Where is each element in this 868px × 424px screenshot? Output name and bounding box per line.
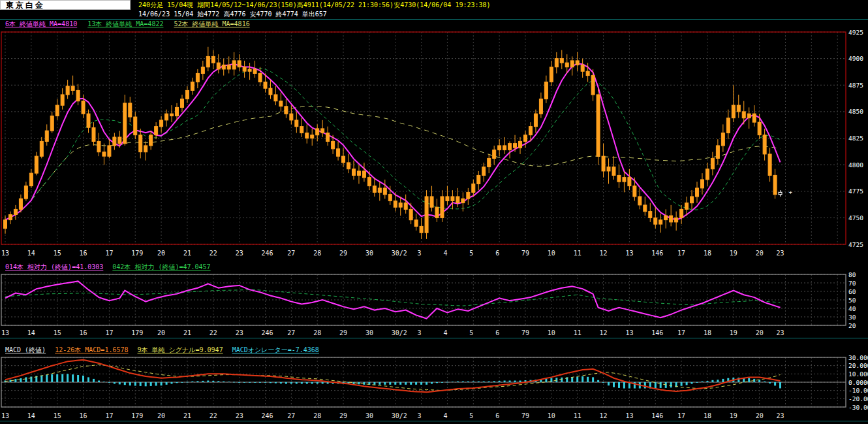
rsi-legend: 014本 相対力 (終値)=41.0303042本 相対力 (終値)=47.04… (0, 263, 868, 271)
x-tick-label: 6 (495, 329, 499, 336)
x-tick-label: 23 (236, 250, 243, 257)
rsi-chart[interactable]: 80706050403020 (0, 271, 868, 329)
legend-item: MACD (終値) (5, 346, 46, 353)
header-bar: 東京白金 240分足 15/04現 期間14/05/12~14/06/23(15… (0, 0, 868, 10)
x-tick-label: 27 (287, 412, 295, 419)
macd-legend: MACD (終値)12-26本 MACD=1.65789本 単純 シグナル=9.… (0, 346, 868, 354)
x-tick-label: 13 (625, 412, 633, 419)
x-tick-label: 246 (262, 412, 273, 419)
y-tick-label: 4850 (848, 108, 863, 115)
legend-item: 9本 単純 シグナル=9.0947 (138, 346, 223, 353)
x-tick-label: 14 (27, 412, 35, 419)
x-tick-label: 179 (131, 250, 143, 257)
plot-border (1, 32, 846, 244)
ma52-line (5, 106, 781, 220)
y-tick-label: 4900 (848, 55, 863, 62)
x-tick-label: 19 (730, 250, 737, 257)
x-tick-label: 30/2 (392, 412, 407, 419)
x-tick-label: 28 (313, 329, 321, 336)
y-tick-label: 4925 (848, 29, 863, 36)
x-tick-label: 30 (365, 329, 373, 336)
macd-chart[interactable]: 30.000020.000010.00000.0000-10.0000-20.0… (0, 354, 868, 412)
x-tick-label: 4 (443, 412, 447, 419)
period-info-text: 240分足 15/04現 期間14/05/12~14/06/23(150)高49… (131, 0, 491, 10)
y-tick-label: 4800 (848, 161, 863, 169)
x-tick-label: 146 (651, 412, 663, 419)
x-tick-label: 20 (157, 329, 165, 336)
y-tick-label: -30.0000 (848, 404, 868, 411)
candlestick-chart[interactable]: 492549004875485048254800477547504725+ (0, 28, 868, 249)
x-tick-label: 14 (27, 329, 35, 336)
x-tick-label: 13 (1, 412, 9, 419)
y-tick-label: 30 (848, 314, 856, 321)
y-tick-label: 4725 (848, 241, 863, 248)
x-tick-label: 22 (209, 250, 217, 257)
x-tick-label: 28 (313, 412, 321, 419)
legend-item: 042本 相対力 (終値)=47.0457 (112, 263, 210, 270)
x-tick-label: 23 (236, 412, 243, 419)
x-tick-label: 13 (1, 329, 9, 336)
x-tick-label: 27 (287, 329, 295, 336)
y-tick-label: 70 (848, 280, 856, 287)
x-tick-label: 22 (209, 412, 217, 419)
x-tick-label: 15 (54, 412, 61, 419)
x-tick-label: 13 (625, 250, 633, 257)
x-tick-label: 4 (443, 250, 447, 257)
y-tick-label: 50 (848, 297, 856, 304)
x-tick-label: 21 (183, 329, 191, 336)
x-tick-label: 23 (777, 250, 784, 257)
x-tick-label: 19 (730, 412, 737, 419)
trading-terminal-window: 東京白金 240分足 15/04現 期間14/05/12~14/06/23(15… (0, 0, 868, 424)
x-tick-label: 4 (443, 329, 447, 336)
x-tick-label: 23 (777, 412, 784, 419)
x-tick-label: 30 (365, 250, 373, 257)
x-tick-label: 246 (262, 329, 273, 336)
x-tick-label: 10 (548, 250, 555, 257)
x-tick-label: 18 (704, 329, 711, 336)
legend-item: 6本 終値単純 MA=4810 (5, 20, 77, 27)
x-tick-label: 179 (131, 412, 143, 419)
x-tick-label: 21 (183, 250, 191, 257)
x-tick-label: 17 (105, 412, 113, 419)
x-tick-label: 29 (339, 412, 347, 419)
x-tick-label: 12 (600, 412, 608, 419)
x-tick-label: 79 (521, 329, 529, 336)
x-tick-label: 23 (777, 329, 784, 336)
x-tick-label: 20 (756, 329, 764, 336)
x-tick-label: 13 (625, 329, 633, 336)
instrument-title: 東京白金 (0, 0, 131, 10)
x-tick-label: 6 (495, 250, 499, 257)
x-tick-label: 13 (1, 250, 9, 257)
x-tick-label: 16 (80, 329, 87, 336)
legend-item: 12-26本 MACD=1.6578 (55, 346, 128, 353)
spacer (0, 338, 868, 346)
y-tick-label: 20 (848, 322, 856, 329)
x-tick-label: 17 (677, 329, 685, 336)
legend-item: MACDオシレーター=-7.4368 (232, 346, 319, 353)
y-tick-label: 4750 (848, 214, 863, 221)
x-tick-label: 179 (131, 329, 143, 336)
y-tick-label: 60 (848, 288, 856, 295)
x-tick-label: 27 (287, 250, 295, 257)
x-tick-label: 30/2 (392, 250, 407, 257)
x-tick-label: 20 (157, 412, 165, 419)
x-tick-label: 3 (418, 250, 422, 257)
y-tick-label: -20.0000 (848, 395, 868, 402)
x-tick-label: 11 (574, 412, 581, 419)
y-tick-label: 4825 (848, 135, 863, 142)
x-tick-label: 5 (469, 250, 473, 257)
x-tick-label: 10 (548, 329, 555, 336)
x-tick-label: 28 (313, 250, 321, 257)
x-tick-label: 246 (262, 250, 273, 257)
signal-line (5, 365, 781, 390)
x-tick-label: 20 (157, 250, 165, 257)
current-bar-ohlc: 14/06/23 15/04 始4772 高4776 安4770 終4774 単… (0, 10, 868, 20)
x-tick-label: 79 (521, 250, 529, 257)
x-tick-label: 22 (209, 329, 217, 336)
x-tick-label: 17 (105, 329, 113, 336)
x-tick-label: 21 (183, 412, 191, 419)
y-tick-label: 20.0000 (848, 362, 868, 369)
x-tick-label: 79 (521, 412, 529, 419)
spacer (0, 258, 868, 263)
macd-line (5, 360, 781, 392)
